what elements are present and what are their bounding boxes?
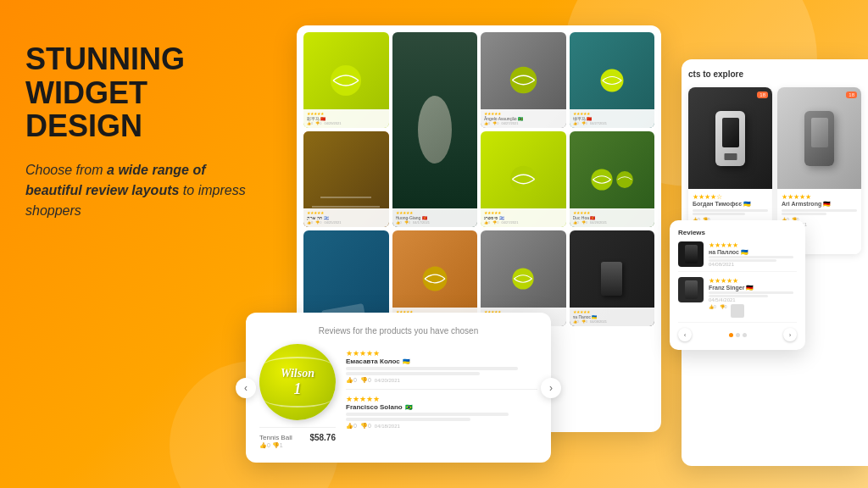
photo-cell-4: ★★★★★ חה שרק 🇮🇱 👍0👎004/25/2021 [303,131,389,227]
review-stars-1: ★★★★★ [346,395,537,403]
product-name: Tennis Ball [259,434,292,441]
photo-cell-2: ★★★★★ Ângelo Assunção 🇧🇷 👍0👎004/27/2021 [481,32,566,128]
review-meta-1: 👍0 👎0 04/18/2021 [346,423,537,430]
reviews-list: ★★★★★ Емасавта Колос 🇺🇦 👍0 👎0 04/20/2021 [346,344,537,435]
review-text-0 [346,367,537,375]
ball-curve-bottom [264,391,331,408]
review-text-1 [346,413,537,421]
dot-1 [736,333,740,337]
widgets-area: ★★★★★ 彩平马 🇨🇳 👍0👎004/29/2021 ★★★★★ Huong-… [246,17,868,488]
product-ball: Wilson 1 [259,344,336,420]
product-price: $58.76 [309,433,336,442]
ball-curve-top [264,357,331,374]
hero-text: STUNNING WIDGET DESIGN Choose from a wid… [25,42,246,221]
svg-point-7 [513,268,534,289]
photo-cell-3: ★★★★★ 绿平马 🇨🇳 👍0👎004/27/2021 [570,32,655,128]
svg-point-0 [331,65,361,96]
review-item-1: ★★★★★ Francisco Solano 🇧🇷 👍0 👎0 04/18/20… [346,390,537,435]
svg-point-3 [510,166,537,193]
review-user-0: Емасавта Колос 🇺🇦 [346,358,537,365]
photo-cell-0: ★★★★★ 彩平马 🇨🇳 👍0👎004/29/2021 [303,32,389,128]
prod-card-img-1: 18 [777,87,861,189]
review-item-0: ★★★★★ Емасавта Колос 🇺🇦 👍0 👎0 04/20/2021 [346,344,537,390]
widget-title: Reviews for the products you have chosen [259,326,537,336]
product-info: Tennis Ball $58.76 [259,427,336,442]
prev-arrow[interactable]: ‹ [236,378,256,398]
product-ball-container: Wilson 1 Tennis Ball $58.76 👍0 👎1 [259,344,336,449]
prod-card-img-0: 18 [688,87,772,189]
svg-point-2 [600,69,623,92]
next-arrow[interactable]: › [541,378,561,398]
svg-point-5 [616,171,633,188]
svg-point-6 [422,266,447,291]
photo-cell-10: ★★★★★ na Палос 🇺🇦 👍0👎004/08/2021 [570,230,655,326]
right-widget-header: cts to explore [688,69,861,79]
subtitle: Choose from a wide range of beautiful re… [25,160,246,221]
svg-point-4 [591,169,612,190]
dot-2 [743,333,747,337]
prod-badge-0: 18 [757,92,768,98]
middle-prev[interactable]: ‹ [678,328,692,341]
middle-next[interactable]: › [783,328,797,341]
middle-widget-title: Reviews [678,229,797,236]
review-user-1: Francisco Solano 🇧🇷 [346,403,537,411]
svg-point-1 [510,67,537,94]
review-meta-0: 👍0 👎0 04/20/2021 [346,377,537,384]
prod-badge-1: 18 [846,92,857,98]
photo-cell-5: ★★★★★ סי ספרנ 🇮🇱 👍0👎004/27/2021 [481,131,566,227]
dot-active [729,333,733,337]
middle-widget: Reviews ★★★★★ на Паллос 🇺🇦 04/08/2021 [670,220,805,350]
photo-cell-1: ★★★★★ Huong-Giang 🇻🇳 👍0👎004/17/2021 [392,32,478,227]
product-row: Wilson 1 Tennis Ball $58.76 👍0 👎1 ★★★★★ … [259,344,537,449]
main-title: STUNNING WIDGET DESIGN [25,42,246,143]
middle-review-1: ★★★★★ Franz Singer 🇩🇪 04/5/4/2021 👍0 👎0 [678,277,797,323]
photo-cell-6: ★★★★★ Duc Hoa 🇻🇳 👍0👎004/26/2021 [570,131,655,227]
review-stars-0: ★★★★★ [346,349,537,358]
middle-review-0: ★★★★★ на Паллос 🇺🇦 04/08/2021 [678,241,797,272]
product-likes: 👍0 👎1 [259,442,336,449]
product-review-widget: ‹ › Reviews for the products you have ch… [246,313,551,463]
